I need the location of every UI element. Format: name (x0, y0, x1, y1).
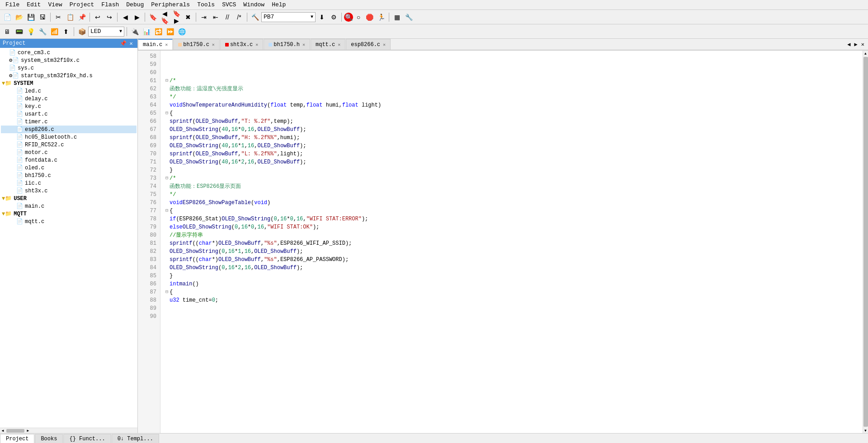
tb2-debug2[interactable]: 📊 (141, 26, 152, 37)
menu-flash[interactable]: Flash (98, 0, 123, 9)
project-scroll-left[interactable]: ◀ (0, 428, 5, 434)
collapse-btn-71[interactable]: ⊟ (164, 174, 170, 182)
search-btn[interactable]: 🔍 (344, 13, 353, 22)
led-dropdown-icon[interactable]: ▼ (119, 29, 122, 34)
circle-btn[interactable]: ○ (354, 13, 363, 22)
tab-bh1750-h[interactable]: bh1750.h✕ (264, 39, 310, 50)
next-bookmark-btn[interactable]: 🔖▶ (171, 12, 182, 23)
tree-item-system_stm32f10x-c[interactable]: ⚙📄system_stm32f10x.c (1, 56, 137, 64)
tree-item-mqtt-c[interactable]: 📄mqtt.c (1, 218, 137, 225)
project-scroll-right[interactable]: ▶ (25, 428, 31, 434)
scroll-up-arrow[interactable]: ▲ (863, 51, 868, 56)
tree-item-core_cm3-c[interactable]: 📄core_cm3.c (1, 49, 137, 56)
tree-item-motor-c[interactable]: 📄motor.c (1, 149, 137, 156)
tree-item-usart-c[interactable]: 📄usart.c (1, 110, 137, 118)
tree-item-MQTT[interactable]: ▼📁MQTT (1, 210, 137, 218)
tree-item-startup_stm32f10x_hd-s[interactable]: ⚙📄startup_stm32f10x_hd.s (1, 72, 137, 79)
panel-pin-btn[interactable]: 📌 (119, 40, 127, 47)
open-btn[interactable]: 📂 (14, 12, 24, 23)
tb2-debug1[interactable]: 🔌 (129, 26, 140, 37)
tb2-debug3[interactable]: 🔁 (153, 26, 164, 37)
tab-close-mqtt-c[interactable]: ✕ (338, 42, 340, 47)
collapse-btn-58[interactable]: ⊟ (164, 77, 170, 85)
collapse-btn-89[interactable]: ⊟ (164, 288, 170, 296)
menu-svcs[interactable]: SVCS (218, 0, 240, 9)
tb2-btn5[interactable]: 📶 (49, 26, 60, 37)
tb2-btn2[interactable]: 📟 (14, 26, 24, 37)
tb2-debug5[interactable]: 🌐 (176, 26, 187, 37)
tree-item-hc05_Bluetooth-c[interactable]: 📄hc05_Bluetooth.c (1, 133, 137, 141)
tree-item-timer-c[interactable]: 📄timer.c (1, 118, 137, 126)
undo-btn[interactable]: ↩ (92, 12, 103, 23)
menu-edit[interactable]: Edit (23, 0, 44, 9)
target-dropdown-icon[interactable]: ▼ (311, 14, 313, 19)
unindent-btn[interactable]: ⇤ (210, 12, 221, 23)
bottom-tab-project[interactable]: Project (0, 434, 34, 443)
tab-close-bh1750-c[interactable]: ✕ (212, 42, 215, 47)
compile-btn[interactable]: 🔨 (250, 12, 260, 23)
tree-item-USER[interactable]: ▼📁USER (1, 195, 137, 202)
indent-btn[interactable]: ⇥ (198, 12, 209, 23)
cut-btn[interactable]: ✂ (53, 12, 64, 23)
panel-close-btn[interactable]: ✕ (127, 40, 135, 47)
tab-close-sht3x-c[interactable]: ✕ (255, 42, 258, 47)
wrench-btn[interactable]: 🔧 (403, 12, 414, 23)
fwd-btn[interactable]: ▶ (132, 12, 142, 23)
menu-file[interactable]: File (2, 0, 23, 9)
stop-btn[interactable]: 🛑 (364, 12, 375, 23)
tb2-btn4[interactable]: 🔧 (37, 26, 48, 37)
tree-item-SYSTEM[interactable]: ▼📁SYSTEM (1, 79, 137, 87)
tab-sht3x-c[interactable]: sht3x.c✕ (220, 39, 263, 50)
redo-btn[interactable]: ↪ (104, 12, 115, 23)
new-file-btn[interactable]: 📄 (2, 12, 13, 23)
bottom-tab-functions[interactable]: {} Funct... (63, 434, 111, 443)
tab-scroll-right[interactable]: ▶ (853, 40, 859, 49)
tree-item-oled-c[interactable]: 📄oled.c (1, 164, 137, 172)
tab-esp8266-c[interactable]: esp8266.c✕ (346, 39, 391, 50)
comment-btn[interactable]: // (222, 12, 233, 23)
paste-btn[interactable]: 📌 (76, 12, 87, 23)
tb2-debug4[interactable]: ⏩ (165, 26, 175, 37)
menu-tools[interactable]: Tools (193, 0, 218, 9)
tb2-btn7[interactable]: 📦 (76, 26, 87, 37)
tree-item-esp8266-c[interactable]: 📄esp8266.c (1, 126, 137, 133)
tab-close-bh1750-h[interactable]: ✕ (302, 42, 305, 47)
tree-item-delay-c[interactable]: 📄delay.c (1, 95, 137, 103)
menu-help[interactable]: Help (268, 0, 289, 9)
tree-item-key-c[interactable]: 📄key.c (1, 103, 137, 110)
tb2-btn6[interactable]: ⬆ (61, 26, 71, 37)
menu-project[interactable]: Project (66, 0, 98, 9)
tab-mqtt-c[interactable]: mqtt.c✕ (311, 39, 345, 50)
back-btn[interactable]: ◀ (120, 12, 131, 23)
scroll-down-arrow[interactable]: ▼ (863, 428, 868, 433)
tree-item-RFID_RC522-c[interactable]: 📄RFID_RC522.c (1, 141, 137, 149)
scroll-thumb[interactable] (863, 57, 868, 427)
clear-bookmark-btn[interactable]: ✖ (183, 12, 193, 23)
tree-item-iic-c[interactable]: 📄iic.c (1, 179, 137, 187)
tab-bh1750-c[interactable]: bh1750.c✕ (173, 39, 220, 50)
tab-close-main-c[interactable]: ✕ (165, 42, 168, 47)
uncomment-btn[interactable]: /* (234, 12, 245, 23)
view-btn[interactable]: ▦ (392, 12, 402, 23)
menu-debug[interactable]: Debug (123, 0, 147, 9)
save-all-btn[interactable]: 🖫 (37, 12, 48, 23)
tree-item-main-c[interactable]: 📄main.c (1, 202, 137, 210)
tab-main-c[interactable]: main.c✕ (138, 39, 173, 50)
collapse-btn-75[interactable]: ⊟ (164, 207, 170, 215)
tree-item-led-c[interactable]: 📄led.c (1, 87, 137, 95)
tab-close-esp8266-c[interactable]: ✕ (383, 42, 386, 47)
collapse-btn-62[interactable]: ⊟ (164, 109, 170, 117)
settings-btn[interactable]: ⚙ (328, 12, 339, 23)
tab-scroll-left[interactable]: ◀ (845, 40, 852, 49)
run-btn[interactable]: 🏃 (376, 12, 387, 23)
menu-window[interactable]: Window (240, 0, 268, 9)
tree-item-sys-c[interactable]: 📄sys.c (1, 64, 137, 72)
project-scroll-thumb-h[interactable] (6, 429, 24, 433)
tree-item-sht3x-c[interactable]: 📄sht3x.c (1, 187, 137, 195)
bottom-tab-books[interactable]: Books (35, 434, 63, 443)
tree-item-fontdata-c[interactable]: 📄fontdata.c (1, 156, 137, 164)
save-btn[interactable]: 💾 (25, 12, 36, 23)
code-content[interactable]: ⊟/*函数功能：温湿度\光强度显示*/void ShowTemperatureA… (160, 51, 863, 433)
bottom-tab-templates[interactable]: 0↓ Templ... (112, 434, 159, 443)
tab-close-all[interactable]: ✕ (859, 40, 866, 49)
